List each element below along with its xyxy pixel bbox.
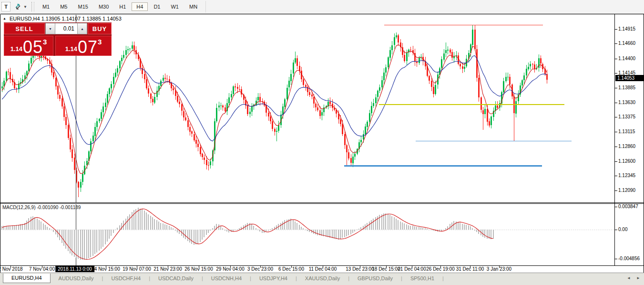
volume-input[interactable]: 0.01 [55,23,77,34]
price-axis-label: 1.13115 [618,129,635,134]
time-axis-label: 13 Dec 23:00 [346,266,374,272]
sell-price-pip: 3 [43,38,47,46]
buy-price-prefix: 1.14 [65,45,77,53]
buy-button[interactable]: BUY [88,23,112,34]
time-axis-label: 3 Dec 23:00 [247,266,273,272]
price-axis-label: 1.13885 [618,85,635,90]
current-price-badge: 1.14053 [615,75,644,81]
sell-price-prefix: 1.14 [10,45,22,53]
crosshair-time-label: 2018.11.13 0:00 [55,266,94,272]
volume-decrease-button[interactable]: ▼ [45,23,55,34]
time-axis-label: 6 Dec 15:00 [278,266,304,272]
time-axis-label: 21 Nov 23:00 [153,266,182,272]
time-axis-label: 26 Nov 15:00 [184,266,213,272]
price-axis-label: 1.12600 [618,158,635,164]
time-axis-label: 11 Dec 04:00 [309,266,337,272]
sell-price-display[interactable]: 1.14 05 3 [4,36,53,56]
macd-indicator-label: MACD(12,26,9) -0.001090 -0.001189 [2,205,81,210]
symbol-header: ▲ EURUSD,H4 1.13905 1.14107 1.13885 1.14… [3,16,122,21]
price-axis-label: 1.14400 [618,56,635,61]
buy-price-main: 07 [78,40,98,54]
mt4-window: T ▼ M1M5M15M30H1H4D1W1MN ▲ EURUSD,H4 1.1… [0,0,644,285]
buy-price-pip: 3 [98,38,102,46]
price-axis-label: 1.14660 [618,41,635,46]
price-axis-label: 1.12860 [618,144,635,149]
time-axis-label: 7 Nov 04:00 [29,266,55,272]
price-axis-label: 1.12345 [618,173,635,178]
volume-increase-button[interactable]: ▲ [77,23,87,34]
price-axis-label: 1.13375 [618,114,635,119]
time-axis-label: 18 Dec 15:00 [372,266,400,272]
time-axis-label: 29 Nov 04:00 [216,266,245,272]
time-axis-label: 21 Dec 04:00 [398,266,426,272]
time-axis-label: 14 Nov 15:00 [92,266,120,272]
macd-axis-label: 0.00 [618,227,627,232]
one-click-trading-panel: SELL ▼ 0.01 ▲ BUY 1.14 05 3 1.14 07 3 [4,22,112,56]
price-axis-label: 1.12090 [618,188,635,193]
time-axis-label: 31 Dec 11:00 [456,266,484,272]
price-axis-label: 1.13630 [618,100,635,105]
time-axis-label: 19 Nov 07:00 [123,266,151,272]
macd-axis-label: -0.004856 [618,256,640,261]
time-axis-label: 3 Jan 23:00 [487,266,511,272]
sell-price-main: 05 [23,40,43,54]
time-axis-label: 2 Nov 2018 [0,266,23,272]
time-axis-label: 26 Dec 19:00 [426,266,455,272]
buy-price-display[interactable]: 1.14 07 3 [55,36,112,56]
macd-axis-label: 0.003847 [618,204,638,209]
sell-button[interactable]: SELL [4,23,45,34]
collapse-triangle-icon[interactable]: ▲ [3,17,6,20]
symbol-name: EURUSD,H4 [10,16,40,21]
price-axis-label: 1.14915 [618,26,635,32]
symbol-ohlc: 1.13905 1.14107 1.13885 1.14053 [41,16,122,21]
